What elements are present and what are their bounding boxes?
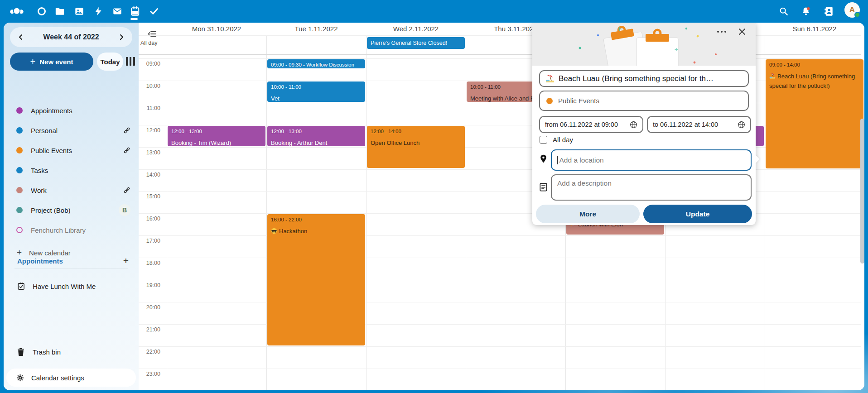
timezone-globe-icon[interactable] [630, 121, 637, 129]
appointment-item[interactable]: Have Lunch With Me [10, 277, 135, 295]
today-button[interactable]: Today [97, 53, 123, 71]
time-label: 09:00 [139, 61, 160, 67]
calendar-list-item[interactable]: Personal [10, 121, 135, 139]
event-title: Open Office Lunch [371, 138, 461, 148]
event-time: 09:00 - 14:00 [769, 62, 860, 68]
next-week-button[interactable] [115, 31, 128, 43]
from-datetime-field[interactable]: from 06.11.2022 at 09:00 [539, 116, 643, 133]
calendar-list-item[interactable]: Work [10, 181, 135, 199]
day-header: Tue 1.11.2022 [266, 23, 366, 35]
circle-app-icon[interactable] [34, 4, 49, 19]
time-label: 17:00 [139, 238, 160, 244]
top-bar: A [0, 0, 868, 23]
event-time: 09:00 - 09:30 - Workflow Discussion [271, 62, 362, 68]
allday-row-label: All day [140, 40, 158, 46]
files-app-icon[interactable] [52, 4, 68, 19]
timezone-globe-icon[interactable] [738, 121, 745, 129]
beach-emoji-icon [545, 74, 555, 83]
week-navigation: Week 44 of 2022 [10, 27, 132, 47]
time-label: 12:00 [139, 127, 160, 134]
close-icon[interactable] [737, 26, 747, 37]
calendar-name: Personal [31, 127, 123, 134]
calendar-name: Public Events [31, 147, 123, 154]
to-datetime-field[interactable]: to 06.11.2022 at 14:00 [647, 116, 751, 133]
search-icon[interactable] [776, 4, 791, 19]
allday-option: All day [540, 136, 573, 144]
share-link-icon[interactable] [123, 187, 130, 194]
new-event-button[interactable]: + New event [10, 53, 93, 71]
activity-app-icon[interactable] [91, 4, 106, 19]
day-header: Mon 31.10.2022 [167, 23, 266, 35]
cool-face-emoji-icon [271, 228, 277, 234]
calendar-event[interactable]: 16:00 - 22:00Hackathon [267, 214, 365, 345]
calendar-name: Work [31, 187, 123, 194]
calendar-list-item[interactable]: Tasks [10, 161, 135, 179]
time-label: 19:00 [139, 282, 160, 288]
photos-app-icon[interactable] [72, 4, 87, 19]
calendar-list-item[interactable]: Appointments [10, 101, 135, 120]
calendar-select[interactable]: Public Events [539, 91, 749, 111]
time-label: 10:00 [139, 83, 160, 89]
calendar-event[interactable]: 09:00 - 14:00Beach Luau (Bring something… [766, 59, 863, 168]
description-icon [540, 183, 547, 193]
notifications-bell-icon[interactable] [798, 4, 814, 19]
calendar-event[interactable]: 12:00 - 13:00Booking - Tim (Wizard) [168, 126, 265, 146]
event-title-value: Beach Luau (Bring something special for … [559, 74, 714, 83]
add-appointment-button[interactable]: + [121, 255, 131, 266]
beach-emoji-icon [769, 73, 776, 79]
event-editor-popup: Beach Luau (Bring something special for … [532, 22, 756, 225]
contacts-app-icon[interactable] [821, 4, 836, 19]
calendar-event[interactable]: 12:00 - 14:00Open Office Lunch [367, 126, 465, 168]
calendar-list-item[interactable]: Fenchurch Library [10, 221, 135, 239]
column-divider [366, 35, 366, 390]
event-title-input[interactable]: Beach Luau (Bring something special for … [539, 70, 749, 87]
description-textarea[interactable]: Add a description [551, 174, 752, 201]
calendar-list-item[interactable]: Public Events [10, 141, 135, 159]
share-badge: B [119, 204, 130, 216]
allday-event[interactable]: Pierre's General Store Closed! [367, 37, 465, 49]
allday-checkbox[interactable] [540, 136, 547, 144]
share-link-icon[interactable] [123, 147, 130, 154]
collapse-day-columns-icon[interactable] [148, 30, 157, 40]
nextcloud-logo-icon[interactable] [9, 4, 24, 19]
event-title: Booking - Arthur Dent [271, 138, 362, 146]
column-divider [266, 35, 267, 390]
trash-bin-item[interactable]: Trash bin [10, 343, 135, 361]
calendar-list-item[interactable]: Project (Bob)B [10, 201, 135, 219]
calendar-event[interactable]: 12:00 - 13:00Booking - Arthur Dent [267, 126, 365, 146]
column-divider [466, 35, 466, 390]
sidebar-divider [14, 268, 128, 269]
calendar-event[interactable]: 10:00 - 11:00Vet [267, 81, 365, 102]
calendar-active-indicator [130, 18, 138, 20]
calendar-name: Tasks [31, 167, 130, 174]
calendar-settings-button[interactable]: Calendar settings [6, 369, 136, 387]
share-link-icon[interactable] [123, 127, 130, 134]
more-button[interactable]: More [536, 205, 640, 223]
calendar-app-icon[interactable] [127, 4, 143, 19]
calendar-event[interactable]: 09:00 - 09:30 - Workflow Discussion [267, 59, 365, 68]
location-placeholder: Add a location [559, 156, 604, 164]
calendar-color-dot [16, 147, 23, 153]
calendar-color-dot [16, 127, 23, 134]
location-input[interactable]: Add a location [551, 149, 752, 171]
time-label: 15:00 [139, 193, 160, 200]
vertical-scrollbar[interactable] [860, 119, 864, 264]
view-toggle-icon[interactable] [126, 57, 136, 66]
event-time: 12:00 - 14:00 [371, 128, 461, 135]
time-label: 16:00 [139, 216, 160, 222]
calendar-color-dot [16, 187, 23, 193]
day-header: Wed 2.11.2022 [366, 23, 466, 35]
gear-icon [16, 374, 24, 382]
update-button[interactable]: Update [643, 205, 752, 223]
tasks-app-icon[interactable] [146, 4, 162, 19]
event-time: 16:00 - 22:00 [271, 216, 362, 223]
time-label: 21:00 [139, 326, 160, 333]
more-actions-icon[interactable] [716, 28, 728, 35]
plus-icon: + [17, 248, 22, 258]
previous-week-button[interactable] [14, 31, 27, 43]
calendar-name: Fenchurch Library [31, 226, 130, 234]
time-label: 14:00 [139, 172, 160, 178]
time-label: 22:00 [139, 349, 160, 355]
mail-app-icon[interactable] [110, 4, 125, 19]
description-placeholder: Add a description [557, 179, 612, 187]
